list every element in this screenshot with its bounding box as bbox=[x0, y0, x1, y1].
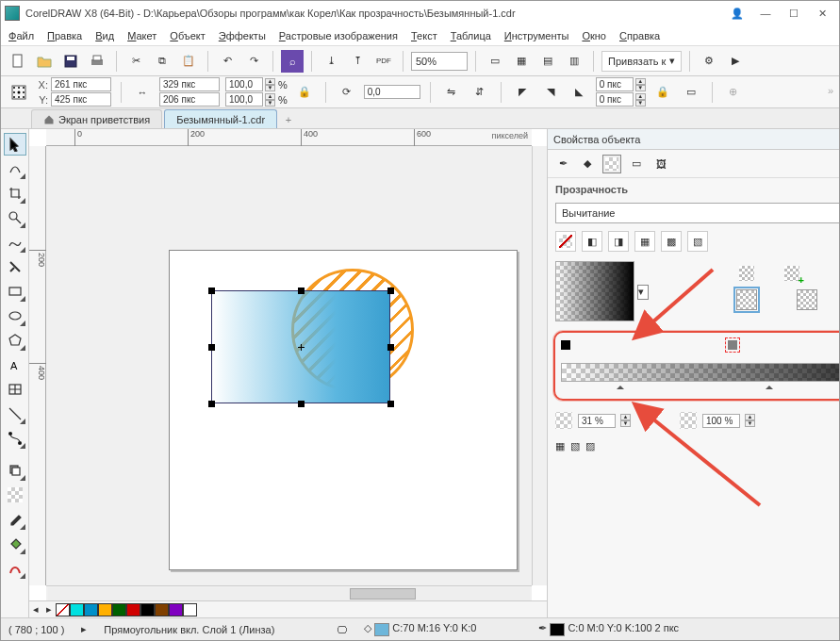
mirror-v-button[interactable]: ⇵ bbox=[469, 81, 491, 104]
mirror-h-button[interactable]: ⇋ bbox=[440, 81, 463, 104]
undo-button[interactable]: ↶ bbox=[216, 50, 239, 73]
connector-tool[interactable] bbox=[4, 427, 26, 450]
eyedropper-tool[interactable] bbox=[4, 508, 26, 531]
outline-tab-icon[interactable]: ✒ bbox=[553, 155, 572, 173]
corner-x-input[interactable]: 0 пкс bbox=[596, 77, 634, 91]
dimension-tool[interactable] bbox=[4, 403, 26, 425]
palette-swatch[interactable] bbox=[70, 603, 84, 616]
spin-buttons[interactable]: ▲▼ bbox=[635, 93, 646, 107]
palette-swatch[interactable] bbox=[140, 603, 155, 616]
palette-swatch[interactable] bbox=[84, 603, 98, 616]
node-color-icon-2[interactable] bbox=[680, 412, 697, 429]
paste-button[interactable]: 📋 bbox=[177, 50, 200, 73]
bitmap-tab-icon[interactable]: 🖼 bbox=[651, 155, 670, 173]
palette-swatch[interactable] bbox=[183, 603, 197, 616]
save-button[interactable] bbox=[59, 50, 82, 73]
palette-menu[interactable]: ▸ bbox=[42, 603, 56, 616]
none-transparency-icon[interactable] bbox=[555, 231, 576, 252]
angle-input[interactable]: 0,0 bbox=[364, 85, 420, 99]
linear-gradient-icon[interactable] bbox=[736, 289, 757, 310]
search-button[interactable]: ⌕ bbox=[281, 50, 304, 73]
menu-edit[interactable]: Правка bbox=[47, 30, 82, 41]
elliptical-gradient-icon[interactable] bbox=[797, 289, 817, 310]
open-button[interactable] bbox=[33, 50, 56, 73]
menu-table[interactable]: Таблица bbox=[451, 30, 491, 41]
transparency-tool[interactable] bbox=[4, 484, 26, 506]
menu-text[interactable]: Текст bbox=[411, 30, 437, 41]
tab-welcome[interactable]: Экран приветствия bbox=[31, 109, 162, 128]
freehand-tool[interactable] bbox=[4, 231, 26, 254]
gradient-preview[interactable]: ▾ bbox=[555, 261, 634, 321]
menu-effects[interactable]: Эффекты bbox=[219, 30, 266, 41]
node-color-icon[interactable] bbox=[555, 412, 572, 429]
ellipse-tool[interactable] bbox=[4, 304, 26, 327]
artistic-media-tool[interactable] bbox=[4, 255, 26, 278]
new-tab-button[interactable]: + bbox=[279, 111, 298, 128]
spin-buttons[interactable]: ▲▼ bbox=[620, 414, 631, 427]
polygon-tool[interactable] bbox=[4, 329, 26, 352]
copy-button[interactable]: ⧉ bbox=[151, 50, 173, 73]
palette-swatch[interactable] bbox=[98, 603, 112, 616]
fill-tool[interactable] bbox=[4, 533, 26, 555]
apply-outline-icon[interactable]: ▧ bbox=[570, 440, 580, 452]
palette-swatch[interactable] bbox=[126, 603, 140, 616]
corner-tr-icon[interactable]: ◥ bbox=[539, 81, 562, 104]
menu-window[interactable]: Окно bbox=[582, 30, 606, 41]
fullscreen-button[interactable]: ▭ bbox=[484, 50, 506, 73]
spin-buttons[interactable]: ▲▼ bbox=[635, 78, 646, 91]
rectangle-tool[interactable] bbox=[4, 280, 26, 303]
merge-mode-dropdown[interactable]: Вычитание▼ bbox=[555, 203, 840, 223]
corner-tl-icon[interactable]: ◤ bbox=[511, 81, 534, 104]
menu-file[interactable]: Файл bbox=[8, 30, 34, 41]
snap-dropdown[interactable]: Привязать к ▾ bbox=[601, 51, 682, 72]
scale-x-input[interactable]: 100,0 bbox=[225, 77, 263, 91]
uniform-transparency-icon[interactable]: ◧ bbox=[582, 231, 602, 252]
menu-bitmaps[interactable]: Растровые изображения bbox=[279, 30, 398, 41]
bitmap-transparency-icon[interactable]: ▧ bbox=[687, 231, 708, 252]
pdf-button[interactable]: PDF bbox=[372, 50, 395, 73]
outline-indicator[interactable]: ✒C:0 M:0 Y:0 K:100 2 пкс bbox=[538, 622, 679, 635]
fountain-transparency-icon[interactable]: ◨ bbox=[608, 231, 629, 252]
redo-button[interactable]: ↷ bbox=[242, 50, 265, 73]
new-button[interactable] bbox=[7, 50, 29, 73]
spin-buttons[interactable]: ▲▼ bbox=[265, 93, 275, 107]
drop-shadow-tool[interactable] bbox=[4, 459, 26, 482]
height-input[interactable]: 206 пкс bbox=[159, 92, 220, 107]
menu-view[interactable]: Вид bbox=[95, 30, 114, 41]
launch-button[interactable]: ▶ bbox=[724, 50, 747, 73]
node-preset-icon[interactable] bbox=[736, 263, 757, 284]
width-input[interactable]: 329 пкс bbox=[159, 77, 220, 91]
twocolor-transparency-icon[interactable]: ▩ bbox=[661, 231, 682, 252]
print-button[interactable] bbox=[86, 50, 108, 73]
node-opacity-left[interactable]: 31 % bbox=[578, 414, 616, 428]
vertical-scrollbar[interactable] bbox=[532, 146, 547, 585]
menu-object[interactable]: Объект bbox=[170, 30, 205, 41]
zoom-level[interactable]: 50% bbox=[411, 52, 468, 71]
apply-fill-icon[interactable]: ▦ bbox=[555, 440, 565, 452]
transparency-tab-icon[interactable] bbox=[602, 155, 621, 173]
menu-layout[interactable]: Макет bbox=[127, 30, 156, 41]
import-button[interactable]: ⤓ bbox=[320, 50, 342, 73]
gradient-bar[interactable] bbox=[561, 363, 840, 382]
menu-tools[interactable]: Инструменты bbox=[504, 30, 569, 41]
cut-button[interactable]: ✂ bbox=[124, 50, 147, 73]
gradient-node-editor[interactable] bbox=[561, 340, 840, 355]
zoom-tool[interactable] bbox=[4, 206, 26, 229]
corner-y-input[interactable]: 0 пкс bbox=[596, 92, 634, 107]
status-next-icon[interactable]: ▸ bbox=[81, 623, 87, 635]
minimize-button[interactable]: — bbox=[752, 4, 779, 23]
palette-swatch[interactable] bbox=[112, 603, 126, 616]
close-button[interactable]: ✕ bbox=[809, 4, 835, 23]
lock-corners-button[interactable]: 🔒 bbox=[651, 81, 674, 104]
fill-indicator[interactable]: ◇C:70 M:16 Y:0 K:0 bbox=[364, 622, 476, 635]
options-button[interactable]: ⚙ bbox=[698, 50, 720, 73]
palette-left[interactable]: ◂ bbox=[29, 603, 42, 616]
outline-tool[interactable] bbox=[4, 557, 26, 580]
spin-buttons[interactable]: ▲▼ bbox=[265, 78, 275, 91]
frame-tab-icon[interactable]: ▭ bbox=[627, 155, 646, 173]
shape-tool[interactable] bbox=[4, 157, 26, 180]
pattern-transparency-icon[interactable]: ▦ bbox=[634, 231, 655, 252]
palette-swatch[interactable] bbox=[169, 603, 183, 616]
fill-tab-icon[interactable]: ◆ bbox=[578, 155, 597, 173]
corner-bl-icon[interactable]: ◣ bbox=[568, 81, 590, 104]
